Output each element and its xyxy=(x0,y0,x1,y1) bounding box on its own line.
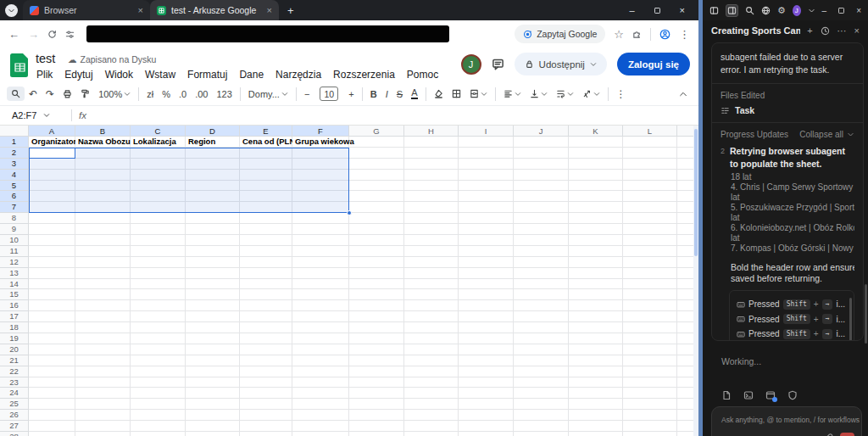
row-header-11[interactable]: 11 xyxy=(0,246,29,257)
document-title[interactable]: test xyxy=(36,52,55,65)
cell-D28[interactable] xyxy=(186,432,240,436)
row-header-15[interactable]: 15 xyxy=(0,289,29,300)
cell-H18[interactable] xyxy=(404,322,459,333)
cell-K21[interactable] xyxy=(569,355,623,366)
cell-F1[interactable]: Grupa wiekowa xyxy=(292,137,349,148)
menu-formatuj[interactable]: Formatuj xyxy=(181,69,233,81)
cell-I12[interactable] xyxy=(459,257,514,268)
toolbar-more[interactable]: ⋮ xyxy=(612,88,631,100)
column-header-H[interactable]: H xyxy=(404,126,459,137)
cell-A8[interactable] xyxy=(29,213,75,224)
cell-E23[interactable] xyxy=(240,377,292,388)
row-header-26[interactable]: 26 xyxy=(0,410,29,421)
cell-E26[interactable] xyxy=(240,410,292,421)
cell-K16[interactable] xyxy=(569,300,623,311)
row-header-12[interactable]: 12 xyxy=(0,257,29,268)
url-field-redacted[interactable] xyxy=(86,25,449,42)
cell-K26[interactable] xyxy=(569,410,623,421)
cell-C3[interactable] xyxy=(131,159,186,170)
profile-icon[interactable] xyxy=(659,29,670,40)
cell-H8[interactable] xyxy=(404,213,459,224)
cell-B20[interactable] xyxy=(75,344,131,355)
cell-F3[interactable] xyxy=(292,159,349,170)
cell-L24[interactable] xyxy=(623,388,677,399)
cell-I19[interactable] xyxy=(459,333,514,344)
cell-F19[interactable] xyxy=(292,333,349,344)
column-header-A[interactable]: A xyxy=(29,126,75,137)
cell-A25[interactable] xyxy=(29,399,75,410)
action-log-scrollbar[interactable] xyxy=(849,298,852,341)
cell-C23[interactable] xyxy=(131,377,186,388)
cell-E9[interactable] xyxy=(240,224,292,235)
cell-C26[interactable] xyxy=(131,410,186,421)
cell-J2[interactable] xyxy=(514,148,569,159)
row-header-3[interactable]: 3 xyxy=(0,159,29,170)
cell-L16[interactable] xyxy=(623,300,677,311)
cell-C24[interactable] xyxy=(131,388,186,399)
menu-pomoc[interactable]: Pomoc xyxy=(401,69,444,81)
cell-J23[interactable] xyxy=(514,377,569,388)
decrease-font-size[interactable]: − xyxy=(300,89,314,99)
cell-A5[interactable] xyxy=(29,181,75,192)
history-icon[interactable] xyxy=(821,26,830,36)
row-header-2[interactable]: 2 xyxy=(0,148,29,159)
cell-H16[interactable] xyxy=(404,300,459,311)
cell-K23[interactable] xyxy=(569,377,623,388)
cell-D22[interactable] xyxy=(186,366,240,377)
row-header-22[interactable]: 22 xyxy=(0,366,29,377)
borders[interactable] xyxy=(448,89,465,98)
cell-F15[interactable] xyxy=(292,289,349,300)
cell-L21[interactable] xyxy=(623,355,677,366)
cell-F13[interactable] xyxy=(292,268,349,279)
cell-F5[interactable] xyxy=(292,181,349,192)
cell-B24[interactable] xyxy=(75,388,131,399)
cell-E22[interactable] xyxy=(240,366,292,377)
cell-F9[interactable] xyxy=(292,224,349,235)
cell-J26[interactable] xyxy=(514,410,569,421)
cell-E4[interactable] xyxy=(240,170,292,181)
cell-L23[interactable] xyxy=(623,377,677,388)
cell-E16[interactable] xyxy=(240,300,292,311)
currency-format[interactable]: zł xyxy=(142,89,158,99)
cell-I4[interactable] xyxy=(459,170,514,181)
cell-A27[interactable] xyxy=(29,421,75,432)
menu-narzędzia[interactable]: Narzędzia xyxy=(270,69,327,81)
cell-L19[interactable] xyxy=(623,333,677,344)
cell-C4[interactable] xyxy=(131,170,186,181)
row-header-28[interactable]: 28 xyxy=(0,432,29,436)
cell-F8[interactable] xyxy=(292,213,349,224)
cell-E10[interactable] xyxy=(240,235,292,246)
row-header-27[interactable]: 27 xyxy=(0,421,29,432)
cell-F18[interactable] xyxy=(292,322,349,333)
cell-B7[interactable] xyxy=(75,202,131,213)
cell-F17[interactable] xyxy=(292,311,349,322)
minimize-icon[interactable]: – xyxy=(629,5,634,15)
cell-J10[interactable] xyxy=(514,235,569,246)
cell-F14[interactable] xyxy=(292,279,349,290)
cell-K25[interactable] xyxy=(569,399,623,410)
cell-K1[interactable] xyxy=(569,137,623,148)
cell-A1[interactable]: Organizator xyxy=(29,137,75,148)
cell-G14[interactable] xyxy=(349,279,404,290)
cell-I1[interactable] xyxy=(459,137,514,148)
cell-J7[interactable] xyxy=(514,202,569,213)
cell-B2[interactable] xyxy=(75,148,131,159)
cell-C5[interactable] xyxy=(131,181,186,192)
cell-A17[interactable] xyxy=(29,311,75,322)
forward-icon[interactable]: → xyxy=(28,28,39,41)
cell-L11[interactable] xyxy=(623,246,677,257)
text-color-button[interactable]: A xyxy=(407,88,421,99)
cell-E20[interactable] xyxy=(240,344,292,355)
cell-K11[interactable] xyxy=(569,246,623,257)
cell-C19[interactable] xyxy=(131,333,186,344)
cell-B9[interactable] xyxy=(75,224,131,235)
cell-B14[interactable] xyxy=(75,279,131,290)
cell-C27[interactable] xyxy=(131,421,186,432)
cell-H17[interactable] xyxy=(404,311,459,322)
cell-H12[interactable] xyxy=(404,257,459,268)
cell-K17[interactable] xyxy=(569,311,623,322)
cell-I9[interactable] xyxy=(459,224,514,235)
cell-D19[interactable] xyxy=(186,333,240,344)
increase-font-size[interactable]: + xyxy=(344,89,358,99)
cell-A14[interactable] xyxy=(29,279,75,290)
